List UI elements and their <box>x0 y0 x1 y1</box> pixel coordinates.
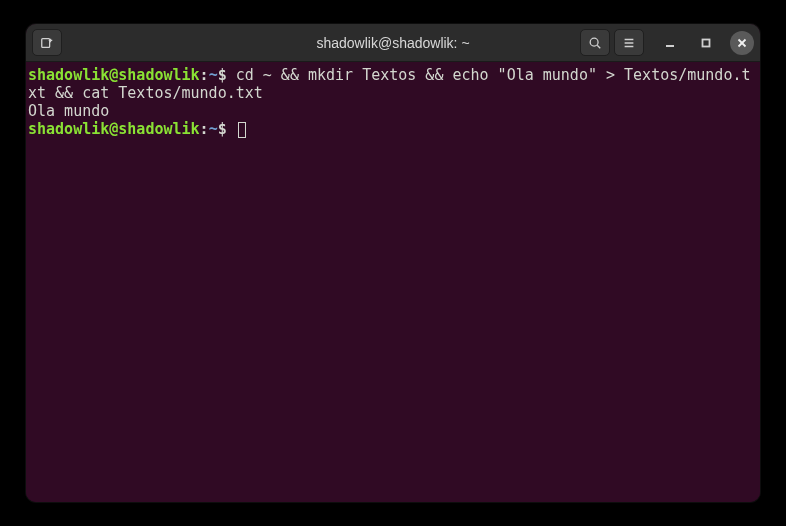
prompt-colon: : <box>200 120 209 138</box>
close-button[interactable] <box>730 31 754 55</box>
minimize-button[interactable] <box>658 31 682 55</box>
titlebar-right-group <box>580 29 754 56</box>
prompt-line-2: shadowlik@shadowlik:~$ <box>28 120 758 138</box>
prompt-dollar: $ <box>218 66 227 84</box>
menu-button[interactable] <box>614 29 644 56</box>
new-tab-button[interactable] <box>32 29 62 56</box>
prompt-user-host: shadowlik@shadowlik <box>28 66 200 84</box>
hamburger-menu-icon <box>622 36 636 50</box>
window-controls <box>658 29 754 56</box>
minimize-icon <box>665 38 675 48</box>
svg-point-3 <box>590 38 598 46</box>
terminal-window: shadowlik@shadowlik: ~ <box>26 24 760 502</box>
window-title: shadowlik@shadowlik: ~ <box>316 35 469 51</box>
svg-line-4 <box>597 45 600 48</box>
search-icon <box>588 36 602 50</box>
maximize-button[interactable] <box>694 31 718 55</box>
prompt-line-1: shadowlik@shadowlik:~$ cd ~ && mkdir Tex… <box>28 66 758 102</box>
svg-rect-9 <box>703 39 710 46</box>
svg-rect-0 <box>42 38 50 47</box>
close-icon <box>737 38 747 48</box>
titlebar: shadowlik@shadowlik: ~ <box>26 24 760 62</box>
output-line: Ola mundo <box>28 102 758 120</box>
terminal-body[interactable]: shadowlik@shadowlik:~$ cd ~ && mkdir Tex… <box>26 62 760 502</box>
titlebar-left-group <box>32 29 62 56</box>
prompt-colon: : <box>200 66 209 84</box>
terminal-cursor <box>238 122 246 138</box>
prompt-dollar: $ <box>218 120 227 138</box>
search-button[interactable] <box>580 29 610 56</box>
command-text <box>227 120 236 138</box>
prompt-path: ~ <box>209 66 218 84</box>
prompt-path: ~ <box>209 120 218 138</box>
prompt-user-host: shadowlik@shadowlik <box>28 120 200 138</box>
maximize-icon <box>701 38 711 48</box>
new-tab-icon <box>40 36 54 50</box>
